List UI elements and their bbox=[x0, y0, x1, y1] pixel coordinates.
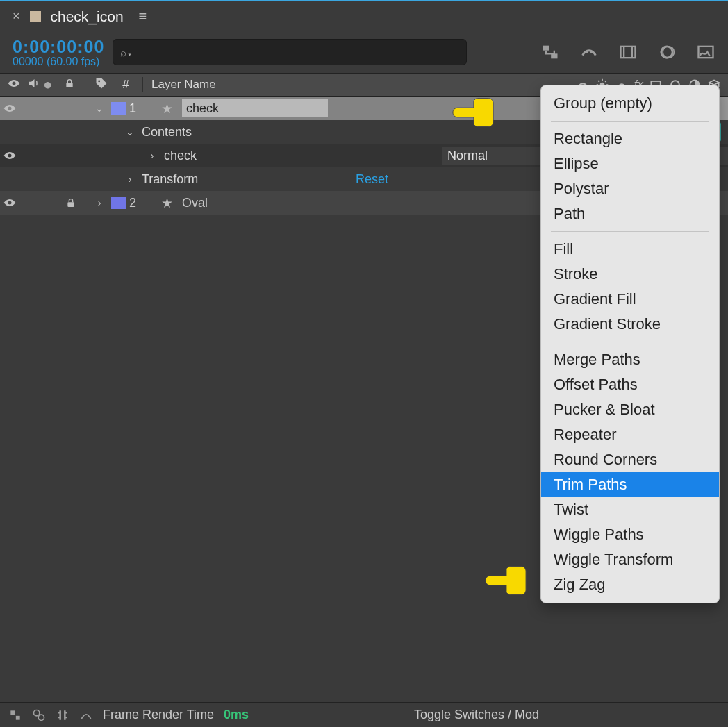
frame-blend-icon[interactable] bbox=[618, 42, 638, 62]
frame-rate: 00000 (60.00 fps) bbox=[13, 56, 104, 68]
shape-group-label: check bbox=[164, 149, 439, 163]
comp-flowchart-icon[interactable] bbox=[540, 42, 560, 62]
layer-name-input[interactable] bbox=[182, 99, 328, 117]
lock-toggle[interactable] bbox=[60, 197, 82, 209]
label-swatch[interactable] bbox=[111, 102, 126, 115]
svg-rect-6 bbox=[631, 47, 633, 58]
layer-index: 1 bbox=[126, 101, 149, 116]
svg-point-11 bbox=[98, 80, 100, 82]
close-tab-icon[interactable]: × bbox=[13, 9, 20, 24]
transform-label: Transform bbox=[142, 172, 350, 187]
audio-column-icon[interactable] bbox=[24, 77, 43, 93]
menu-item-stroke[interactable]: Stroke bbox=[541, 262, 719, 287]
timeline-footer: Frame Render Time 0ms Toggle Switches / … bbox=[0, 702, 728, 727]
add-shape-context-menu[interactable]: Group (empty)RectangleEllipsePolystarPat… bbox=[540, 85, 720, 603]
menu-item-fill[interactable]: Fill bbox=[541, 237, 719, 262]
reset-link[interactable]: Reset bbox=[350, 172, 388, 187]
timeline-tool-icons bbox=[540, 42, 715, 62]
twirl-closed-icon[interactable]: › bbox=[88, 197, 111, 208]
svg-rect-17 bbox=[67, 202, 74, 207]
svg-rect-20 bbox=[16, 715, 20, 719]
menu-item-wiggle-transform[interactable]: Wiggle Transform bbox=[541, 547, 719, 572]
toggle-switches-button[interactable]: Toggle Switches / Mod bbox=[414, 708, 720, 722]
solo-column-icon[interactable]: ● bbox=[43, 76, 64, 94]
menu-item-merge-paths[interactable]: Merge Paths bbox=[541, 347, 719, 372]
time-row: 0:00:00:00 00000 (60.00 fps) ⌕▾ bbox=[0, 31, 728, 73]
svg-point-3 bbox=[590, 51, 593, 53]
svg-rect-9 bbox=[699, 47, 713, 58]
pointer-annotation-bottom bbox=[484, 564, 527, 597]
label-column-icon[interactable] bbox=[90, 76, 113, 94]
footer-icon-2[interactable] bbox=[32, 708, 46, 722]
menu-item-round-corners[interactable]: Round Corners bbox=[541, 447, 719, 472]
tab-menu-icon[interactable]: ≡ bbox=[139, 8, 147, 24]
svg-rect-4 bbox=[621, 47, 636, 58]
motion-blur-icon[interactable] bbox=[657, 42, 677, 62]
menu-item-ellipse[interactable]: Ellipse bbox=[541, 151, 719, 176]
footer-icon-1[interactable] bbox=[8, 708, 22, 722]
layer-name-column: Layer Name bbox=[147, 78, 576, 92]
twirl-closed-icon[interactable]: › bbox=[118, 174, 142, 185]
svg-point-2 bbox=[586, 51, 588, 53]
shape-star-icon: ★ bbox=[161, 101, 179, 117]
svg-rect-5 bbox=[623, 47, 624, 58]
menu-item-gradient-stroke[interactable]: Gradient Stroke bbox=[541, 312, 719, 337]
svg-rect-0 bbox=[543, 46, 549, 51]
twirl-open-icon[interactable]: ⌄ bbox=[88, 103, 111, 114]
visibility-toggle[interactable] bbox=[0, 151, 19, 160]
menu-item-polystar[interactable]: Polystar bbox=[541, 176, 719, 201]
lock-column-icon[interactable] bbox=[64, 77, 86, 93]
graph-editor-icon[interactable] bbox=[696, 42, 715, 62]
shy-icon[interactable] bbox=[579, 42, 599, 62]
menu-item-offset-paths[interactable]: Offset Paths bbox=[541, 372, 719, 397]
label-swatch[interactable] bbox=[111, 197, 126, 209]
comp-name[interactable]: check_icon bbox=[51, 8, 124, 25]
svg-point-21 bbox=[34, 710, 40, 715]
svg-rect-10 bbox=[66, 83, 72, 87]
menu-item-path[interactable]: Path bbox=[541, 201, 719, 226]
menu-item-twist[interactable]: Twist bbox=[541, 497, 719, 522]
menu-item-wiggle-paths[interactable]: Wiggle Paths bbox=[541, 522, 719, 547]
render-time-value: 0ms bbox=[224, 708, 249, 722]
composition-tabbar: × check_icon ≡ bbox=[0, 1, 728, 31]
svg-rect-19 bbox=[10, 710, 15, 715]
search-icon: ⌕▾ bbox=[120, 47, 133, 58]
layer-index: 2 bbox=[126, 196, 149, 210]
current-timecode[interactable]: 0:00:00:00 bbox=[13, 37, 104, 57]
menu-item-trim-paths[interactable]: Trim Paths bbox=[541, 472, 719, 497]
menu-item-repeater[interactable]: Repeater bbox=[541, 422, 719, 447]
menu-item-group-empty-[interactable]: Group (empty) bbox=[541, 91, 719, 116]
menu-item-zig-zag[interactable]: Zig Zag bbox=[541, 572, 719, 597]
footer-icon-4[interactable] bbox=[79, 708, 93, 722]
comp-swatch bbox=[30, 11, 41, 22]
menu-item-rectangle[interactable]: Rectangle bbox=[541, 126, 719, 151]
svg-point-22 bbox=[38, 715, 44, 720]
pointer-annotation-top bbox=[452, 96, 495, 129]
footer-icon-3[interactable] bbox=[56, 708, 69, 722]
shape-star-icon: ★ bbox=[161, 195, 179, 211]
layer-search[interactable]: ⌕▾ bbox=[113, 39, 467, 65]
visibility-toggle[interactable] bbox=[0, 103, 19, 113]
layer-name[interactable]: Oval bbox=[179, 196, 567, 210]
visibility-toggle[interactable] bbox=[0, 198, 19, 208]
twirl-closed-icon[interactable]: › bbox=[140, 150, 164, 161]
render-time-label: Frame Render Time bbox=[103, 708, 214, 722]
twirl-open-icon[interactable]: ⌄ bbox=[118, 126, 142, 137]
menu-item-pucker-bloat[interactable]: Pucker & Bloat bbox=[541, 397, 719, 422]
menu-item-gradient-fill[interactable]: Gradient Fill bbox=[541, 287, 719, 312]
visibility-column-icon[interactable] bbox=[4, 78, 24, 92]
index-column: # bbox=[113, 78, 138, 92]
search-input[interactable] bbox=[133, 46, 459, 58]
